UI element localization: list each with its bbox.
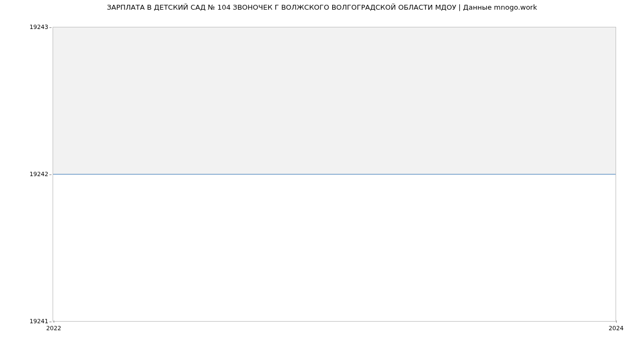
x-tick-text: 2024 xyxy=(609,325,624,332)
y-tick-label: 19243 xyxy=(0,24,48,31)
tick-mark-icon xyxy=(49,174,52,175)
data-line-salary xyxy=(53,174,616,174)
y-tick-text: 19243 xyxy=(30,24,48,31)
chart-title: ЗАРПЛАТА В ДЕТСКИЙ САД № 104 ЗВОНОЧЕК Г … xyxy=(0,3,644,11)
grid-shade xyxy=(53,27,616,174)
tick-mark-icon xyxy=(49,27,52,28)
tick-mark-icon xyxy=(54,321,54,323)
x-tick-label: 2022 xyxy=(46,325,61,332)
y-tick-text: 19242 xyxy=(30,171,48,178)
tick-mark-icon xyxy=(616,321,617,323)
chart-container: ЗАРПЛАТА В ДЕТСКИЙ САД № 104 ЗВОНОЧЕК Г … xyxy=(0,0,644,349)
x-tick-text: 2022 xyxy=(46,325,61,332)
x-tick-label: 2024 xyxy=(609,325,624,332)
tick-mark-icon xyxy=(49,322,52,322)
y-tick-label: 19242 xyxy=(0,171,48,178)
y-tick-text: 19241 xyxy=(30,318,48,325)
y-tick-label: 19241 xyxy=(0,318,48,325)
plot-area xyxy=(53,27,616,322)
